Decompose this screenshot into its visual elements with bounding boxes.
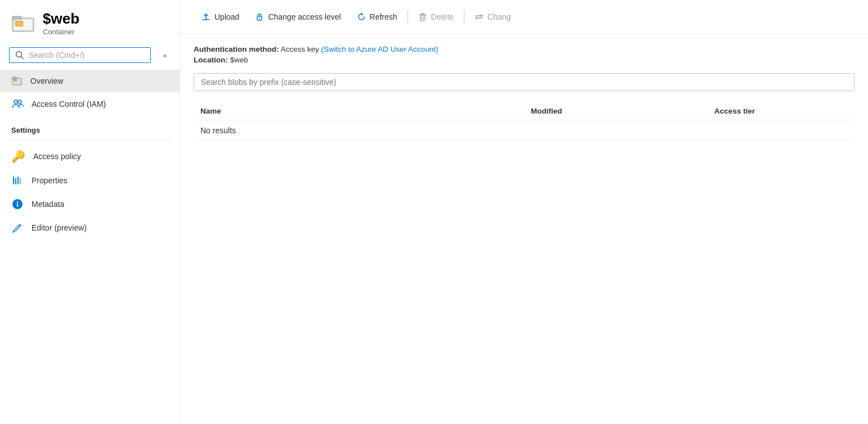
change-icon — [475, 12, 484, 21]
nav-item-properties[interactable]: Properties — [0, 169, 180, 192]
svg-rect-8 — [12, 77, 16, 79]
auth-switch-link[interactable]: (Switch to Azure AD User Account) — [321, 45, 439, 53]
iam-icon — [11, 98, 24, 110]
props-icon — [11, 174, 24, 187]
sidebar: $web Container « — [0, 0, 180, 424]
content-area: Authentication method: Access key (Switc… — [180, 34, 868, 424]
svg-rect-9 — [14, 79, 17, 82]
title-block: $web Container — [43, 10, 79, 36]
svg-point-18 — [17, 201, 18, 202]
search-box[interactable] — [9, 47, 151, 63]
location-label: Location: — [194, 56, 228, 64]
location-line: Location: $web — [194, 56, 854, 64]
col-header-name: Name — [194, 102, 524, 120]
svg-rect-23 — [420, 15, 425, 20]
app-container: $web Container « — [0, 0, 868, 424]
lock-icon — [255, 12, 264, 21]
refresh-icon — [357, 12, 366, 21]
refresh-button[interactable]: Refresh — [349, 9, 405, 25]
auth-method-label: Authentication method: — [194, 45, 279, 53]
svg-rect-17 — [17, 204, 18, 207]
nav-label-overview: Overview — [30, 76, 63, 85]
search-icon — [15, 51, 24, 60]
svg-rect-13 — [15, 178, 16, 184]
auth-section: Authentication method: Access key (Switc… — [194, 45, 854, 64]
svg-rect-15 — [20, 178, 21, 184]
nav-item-access-policy[interactable]: 🔑 Access policy — [0, 144, 180, 169]
nav-item-iam[interactable]: Access Control (IAM) — [0, 92, 180, 116]
col-header-modified: Modified — [524, 102, 708, 120]
change-access-level-label: Change access level — [268, 12, 341, 21]
svg-point-11 — [18, 100, 21, 103]
change-button[interactable]: Chang — [467, 9, 518, 25]
table-row-empty: No results — [194, 120, 854, 141]
delete-label: Delete — [431, 12, 454, 21]
collapse-button[interactable]: « — [160, 49, 171, 62]
svg-rect-14 — [17, 177, 19, 184]
col-header-access-tier: Access tier — [708, 102, 854, 120]
container-icon — [11, 11, 35, 35]
blob-table: Name Modified Access tier No results — [194, 102, 854, 141]
svg-point-22 — [259, 17, 260, 19]
change-label: Chang — [487, 12, 511, 21]
nav-label-metadata: Metadata — [32, 200, 64, 209]
blob-search-input[interactable] — [201, 78, 847, 87]
nav-item-overview[interactable]: Overview — [0, 70, 180, 92]
nav-label-access-policy: Access policy — [33, 152, 81, 161]
nav-label-editor: Editor (preview) — [32, 223, 87, 232]
settings-divider — [9, 140, 171, 141]
upload-icon — [202, 12, 211, 21]
svg-point-10 — [14, 100, 17, 103]
toolbar: Upload Change access level Refresh — [180, 0, 868, 34]
toolbar-separator-2 — [464, 10, 464, 24]
nav-item-editor[interactable]: Editor (preview) — [0, 216, 180, 240]
upload-label: Upload — [214, 12, 239, 21]
pencil-icon — [11, 222, 24, 234]
resource-subtitle: Container — [43, 28, 79, 36]
auth-method-line: Authentication method: Access key (Switc… — [194, 45, 854, 53]
main-content: Upload Change access level Refresh — [180, 0, 868, 424]
svg-rect-1 — [12, 16, 21, 20]
delete-icon — [418, 12, 427, 21]
empty-message: No results — [194, 120, 854, 141]
search-input[interactable] — [29, 51, 145, 60]
change-access-level-button[interactable]: Change access level — [247, 9, 348, 25]
info-icon — [11, 198, 24, 210]
delete-button[interactable]: Delete — [410, 9, 462, 25]
nav-label-properties: Properties — [32, 176, 68, 185]
nav-item-metadata[interactable]: Metadata — [0, 192, 180, 216]
svg-line-6 — [21, 57, 24, 59]
sidebar-header: $web Container — [0, 0, 180, 43]
settings-section-header: Settings — [0, 116, 180, 138]
overview-icon — [11, 75, 23, 87]
refresh-label: Refresh — [370, 12, 397, 21]
toolbar-separator-1 — [408, 10, 408, 24]
resource-title: $web — [43, 10, 79, 28]
svg-rect-4 — [16, 22, 22, 25]
upload-button[interactable]: Upload — [194, 9, 247, 25]
key-icon: 🔑 — [11, 150, 25, 163]
search-wrapper: « — [0, 43, 180, 70]
location-value: $web — [230, 56, 248, 64]
nav-label-iam: Access Control (IAM) — [32, 100, 106, 109]
svg-rect-12 — [13, 177, 14, 184]
auth-method-value: Access key — [281, 45, 319, 53]
blob-search-box[interactable] — [194, 73, 854, 91]
